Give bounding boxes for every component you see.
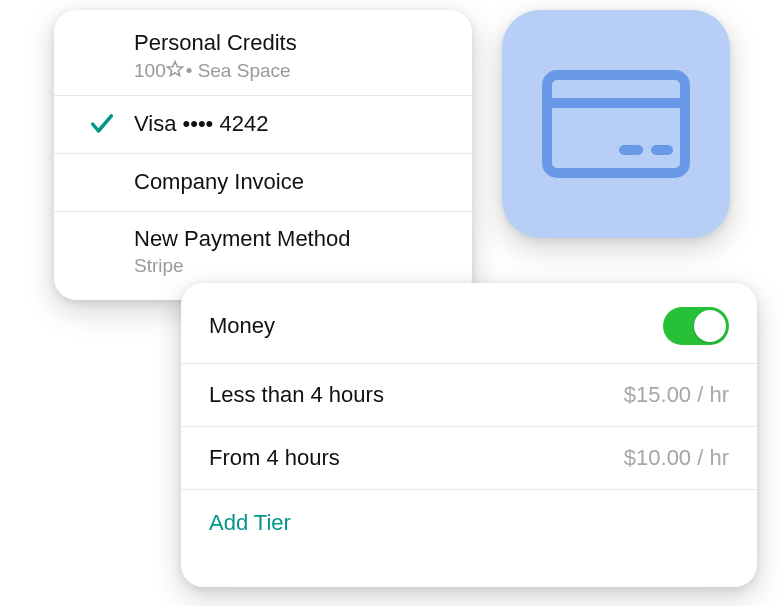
money-label: Money [209, 313, 275, 339]
svg-rect-3 [619, 145, 643, 155]
tier-row[interactable]: Less than 4 hours $15.00 / hr [181, 364, 757, 427]
payment-method-title: Company Invoice [134, 167, 448, 197]
payment-methods-card: Personal Credits 100 • Sea Space Visa ••… [54, 10, 472, 300]
star-icon [166, 60, 184, 83]
payment-method-item[interactable]: New Payment Method Stripe [54, 212, 472, 290]
credits-source: • Sea Space [186, 60, 291, 82]
toggle-knob [694, 310, 726, 342]
payment-method-item[interactable]: Personal Credits 100 • Sea Space [54, 28, 472, 96]
tier-row[interactable]: From 4 hours $10.00 / hr [181, 427, 757, 490]
credit-card-icon-panel [502, 10, 730, 238]
payment-method-subtitle: Stripe [134, 255, 448, 277]
add-tier-button[interactable]: Add Tier [181, 490, 757, 556]
check-column [78, 110, 134, 138]
payment-method-item[interactable]: Company Invoice [54, 154, 472, 212]
svg-marker-0 [167, 61, 182, 75]
pricing-tiers-card: Money Less than 4 hours $15.00 / hr From… [181, 283, 757, 587]
payment-method-item[interactable]: Visa •••• 4242 [54, 96, 472, 154]
svg-rect-1 [547, 75, 685, 173]
payment-method-title: New Payment Method [134, 224, 448, 254]
svg-rect-4 [651, 145, 673, 155]
payment-method-subtitle: 100 • Sea Space [134, 60, 448, 83]
tier-price: $15.00 / hr [624, 382, 729, 408]
tier-label: From 4 hours [209, 445, 340, 471]
payment-method-title: Visa •••• 4242 [134, 109, 448, 139]
tier-label: Less than 4 hours [209, 382, 384, 408]
credit-card-icon [541, 69, 691, 179]
payment-method-title: Personal Credits [134, 28, 448, 58]
money-header-row: Money [181, 283, 757, 364]
check-icon [88, 110, 116, 138]
money-toggle[interactable] [663, 307, 729, 345]
tier-price: $10.00 / hr [624, 445, 729, 471]
credits-amount: 100 [134, 60, 166, 82]
